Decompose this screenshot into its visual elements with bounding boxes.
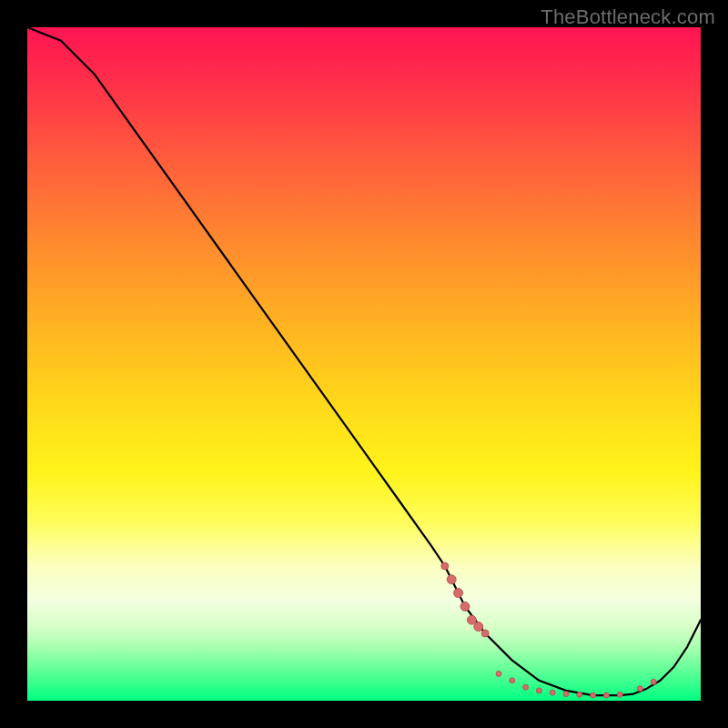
marker-dot [510, 678, 515, 683]
marker-dot [467, 615, 476, 624]
marker-dot [591, 693, 596, 698]
curve-path [27, 27, 701, 695]
marker-dot [441, 562, 449, 570]
chart-frame: TheBottleneck.com [0, 0, 728, 728]
plot-area [27, 27, 701, 701]
marker-dot [523, 684, 529, 690]
marker-dot [637, 686, 642, 692]
marker-dot [454, 589, 463, 598]
marker-dot [481, 630, 489, 637]
marker-dot [447, 575, 456, 584]
watermark-text: TheBottleneck.com [541, 5, 715, 29]
marker-beads [441, 562, 656, 698]
marker-dot [460, 602, 470, 611]
marker-dot [603, 693, 609, 698]
marker-dot [651, 679, 656, 684]
curve-svg [27, 27, 701, 701]
marker-dot [577, 692, 582, 697]
marker-dot [563, 692, 569, 697]
marker-dot [536, 688, 541, 693]
marker-dot [550, 690, 555, 695]
marker-dot [617, 692, 622, 697]
marker-dot [496, 671, 501, 676]
marker-dot [474, 622, 483, 632]
